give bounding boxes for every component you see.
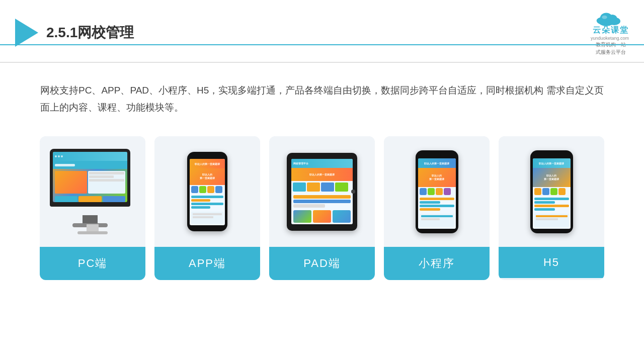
header: 2.5.1网校管理 云朵课堂 yunduoketang.com 教育机构一站 式… [0, 0, 644, 63]
brand-logo: 云朵课堂 yunduoketang.com 教育机构一站 式服务云平台 [591, 9, 629, 56]
h5-phone-mockup: 职达人的第一堂刷题课 职达人的第一堂刷题课 [530, 150, 573, 233]
svg-point-4 [608, 15, 617, 24]
header-divider [0, 44, 644, 45]
svg-point-5 [602, 16, 607, 19]
brand-name: 云朵课堂 [593, 25, 629, 36]
card-app: 职达人的第一堂刷题课 职达人的第一堂刷题课 [154, 136, 260, 280]
card-h5-image: 职达人的第一堂刷题课 职达人的第一堂刷题课 [499, 136, 604, 247]
card-mini-image: 职达人的第一堂刷题课 职达人的第一堂刷题课 [384, 136, 490, 247]
brand-tagline: 教育机构一站 式服务云平台 [596, 41, 626, 56]
card-pc-image [40, 136, 145, 247]
card-h5-label: H5 [499, 247, 604, 278]
card-app-image: 职达人的第一堂刷题课 职达人的第一堂刷题课 [154, 136, 260, 247]
app-phone-mockup: 职达人的第一堂刷题课 职达人的第一堂刷题课 [187, 152, 227, 231]
card-pc-label: PC端 [40, 247, 145, 280]
page-title: 2.5.1网校管理 [46, 23, 134, 42]
mini-phone-mockup: 职达人的第一堂刷题课 职达人的第一堂刷题课 [416, 150, 458, 233]
logo-triangle-icon [15, 19, 38, 47]
pc-mockup [50, 149, 135, 234]
card-pad-image: 网校管理平台 职达人的第一堂刷题课 [269, 136, 375, 247]
card-mini: 职达人的第一堂刷题课 职达人的第一堂刷题课 [384, 136, 490, 280]
card-pc: PC端 [40, 136, 145, 280]
brand-domain: yunduoketang.com [591, 36, 629, 41]
header-right: 云朵课堂 yunduoketang.com 教育机构一站 式服务云平台 [591, 9, 629, 56]
card-h5: 职达人的第一堂刷题课 职达人的第一堂刷题课 [499, 136, 604, 280]
cards-container: PC端 职达人的第一堂刷题课 职达人的第一堂刷题课 [0, 126, 644, 280]
header-left: 2.5.1网校管理 [15, 19, 134, 47]
pad-tablet-mockup: 网校管理平台 职达人的第一堂刷题课 [287, 153, 357, 231]
card-mini-label: 小程序 [384, 247, 490, 280]
description-text: 网校支持PC、APP、PAD、小程序、H5，实现多端打通，产品各终端自由切换，数… [0, 63, 644, 126]
cloud-icon [592, 9, 627, 27]
card-app-label: APP端 [154, 247, 260, 280]
card-pad-label: PAD端 [269, 247, 375, 280]
card-pad: 网校管理平台 职达人的第一堂刷题课 [269, 136, 375, 280]
